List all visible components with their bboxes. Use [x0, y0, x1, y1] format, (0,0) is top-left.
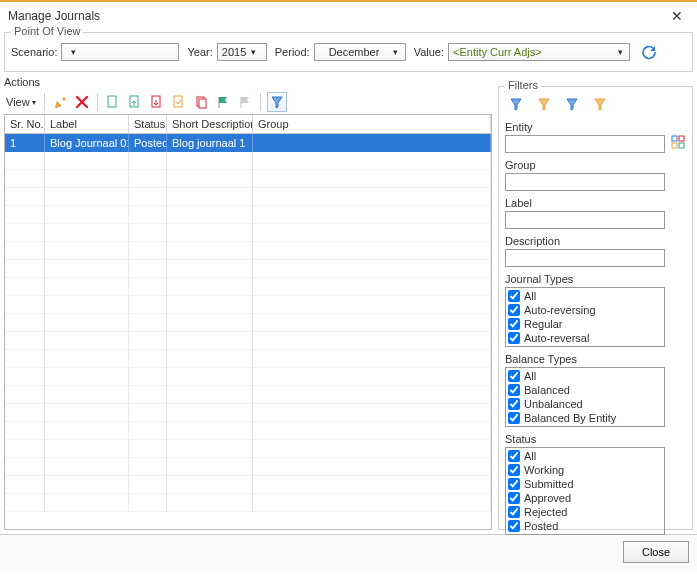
- table-row: [5, 170, 491, 188]
- funnel-blue-icon[interactable]: [507, 95, 525, 113]
- svg-rect-8: [672, 143, 677, 148]
- actions-toolbar: View ▾: [4, 92, 287, 112]
- table-row: [5, 296, 491, 314]
- table-row: [5, 332, 491, 350]
- chevron-down-icon: ▾: [613, 47, 627, 57]
- doc-new-icon[interactable]: [104, 93, 122, 111]
- table-row: [5, 386, 491, 404]
- label-filter-label: Label: [505, 197, 686, 209]
- table-row: [5, 422, 491, 440]
- st-item[interactable]: Working: [508, 463, 662, 477]
- svg-rect-3: [174, 96, 182, 107]
- svg-rect-9: [679, 143, 684, 148]
- svg-rect-0: [108, 96, 116, 107]
- bt-item[interactable]: All: [508, 369, 662, 383]
- member-select-icon[interactable]: [671, 135, 685, 151]
- flag-green-icon[interactable]: [214, 93, 232, 111]
- footer: Close: [0, 534, 697, 572]
- pov-legend: Point Of View: [11, 25, 83, 37]
- edit-icon[interactable]: [51, 93, 69, 111]
- st-item[interactable]: Submitted: [508, 477, 662, 491]
- col-group[interactable]: Group: [253, 115, 491, 133]
- bt-item[interactable]: Balanced: [508, 383, 662, 397]
- doc-check-icon[interactable]: [170, 93, 188, 111]
- close-icon[interactable]: ✕: [665, 6, 689, 26]
- description-label: Description: [505, 235, 686, 247]
- year-combo[interactable]: 2015 ▾: [217, 43, 267, 61]
- doc-dup-icon[interactable]: [192, 93, 210, 111]
- filters-legend: Filters: [505, 79, 541, 91]
- table-row: [5, 152, 491, 170]
- actions-header: Actions: [4, 76, 287, 88]
- doc-up-icon[interactable]: [126, 93, 144, 111]
- table-row: [5, 278, 491, 296]
- delete-icon[interactable]: [73, 93, 91, 111]
- entity-label: Entity: [505, 121, 686, 133]
- jt-item[interactable]: Auto-reversal: [508, 331, 662, 345]
- table-row: [5, 440, 491, 458]
- flag-grey-icon[interactable]: [236, 93, 254, 111]
- bt-item[interactable]: Unbalanced: [508, 397, 662, 411]
- col-status[interactable]: Status: [129, 115, 167, 133]
- journals-grid: Sr. No. Label Status Short Description G…: [4, 114, 492, 530]
- scenario-label: Scenario:: [11, 46, 57, 58]
- status-label: Status: [505, 433, 686, 445]
- jt-item[interactable]: Auto-reversing: [508, 303, 662, 317]
- journal-types-box: All Auto-reversing Regular Auto-reversal: [505, 287, 665, 347]
- grid-header: Sr. No. Label Status Short Description G…: [5, 115, 491, 134]
- filters-panel: Filters Entity Group Label Description J…: [498, 86, 693, 530]
- group-input[interactable]: [505, 173, 665, 191]
- col-desc[interactable]: Short Description: [167, 115, 253, 133]
- year-label: Year:: [187, 46, 212, 58]
- balance-types-box: All Balanced Unbalanced Balanced By Enti…: [505, 367, 665, 427]
- st-item[interactable]: Rejected: [508, 505, 662, 519]
- titlebar: Manage Journals ✕: [0, 2, 697, 30]
- table-row[interactable]: 1 Blog Journaal 01 Posted Blog journaal …: [5, 134, 491, 152]
- st-item[interactable]: All: [508, 449, 662, 463]
- chevron-down-icon: ▾: [389, 47, 403, 57]
- scenario-combo[interactable]: ▾: [61, 43, 179, 61]
- description-input[interactable]: [505, 249, 665, 267]
- bt-item[interactable]: Balanced By Entity: [508, 411, 662, 425]
- st-item[interactable]: Approved: [508, 491, 662, 505]
- window-title: Manage Journals: [8, 9, 100, 23]
- status-box: All Working Submitted Approved Rejected …: [505, 447, 665, 535]
- jt-item[interactable]: Regular: [508, 317, 662, 331]
- refresh-icon[interactable]: [640, 43, 658, 61]
- svg-rect-7: [679, 136, 684, 141]
- table-row: [5, 404, 491, 422]
- svg-rect-6: [672, 136, 677, 141]
- journal-types-label: Journal Types: [505, 273, 686, 285]
- funnel-orange2-icon[interactable]: [591, 95, 609, 113]
- jt-item[interactable]: All: [508, 289, 662, 303]
- table-row: [5, 494, 491, 512]
- funnel-blue2-icon[interactable]: [563, 95, 581, 113]
- svg-rect-5: [199, 99, 206, 108]
- period-label: Period:: [275, 46, 310, 58]
- value-combo[interactable]: <Entity Curr Adjs> ▾: [448, 43, 630, 61]
- view-dropdown[interactable]: View ▾: [4, 95, 38, 109]
- table-row: [5, 224, 491, 242]
- table-row: [5, 188, 491, 206]
- table-row: [5, 458, 491, 476]
- funnel-icon[interactable]: [267, 92, 287, 112]
- funnel-orange-icon[interactable]: [535, 95, 553, 113]
- group-filter-label: Group: [505, 159, 686, 171]
- close-button[interactable]: Close: [623, 541, 689, 563]
- table-row: [5, 476, 491, 494]
- entity-input[interactable]: [505, 135, 665, 153]
- col-label[interactable]: Label: [45, 115, 129, 133]
- col-srno[interactable]: Sr. No.: [5, 115, 45, 133]
- chevron-down-icon: ▾: [246, 47, 260, 57]
- label-input[interactable]: [505, 211, 665, 229]
- value-label: Value:: [414, 46, 444, 58]
- point-of-view-group: Point Of View Scenario: ▾ Year: 2015 ▾ P…: [4, 32, 693, 72]
- chevron-down-icon: ▾: [66, 47, 80, 57]
- st-item[interactable]: Posted: [508, 519, 662, 533]
- period-combo[interactable]: December ▾: [314, 43, 406, 61]
- table-row: [5, 242, 491, 260]
- table-row: [5, 260, 491, 278]
- table-row: [5, 368, 491, 386]
- doc-down-icon[interactable]: [148, 93, 166, 111]
- table-row: [5, 206, 491, 224]
